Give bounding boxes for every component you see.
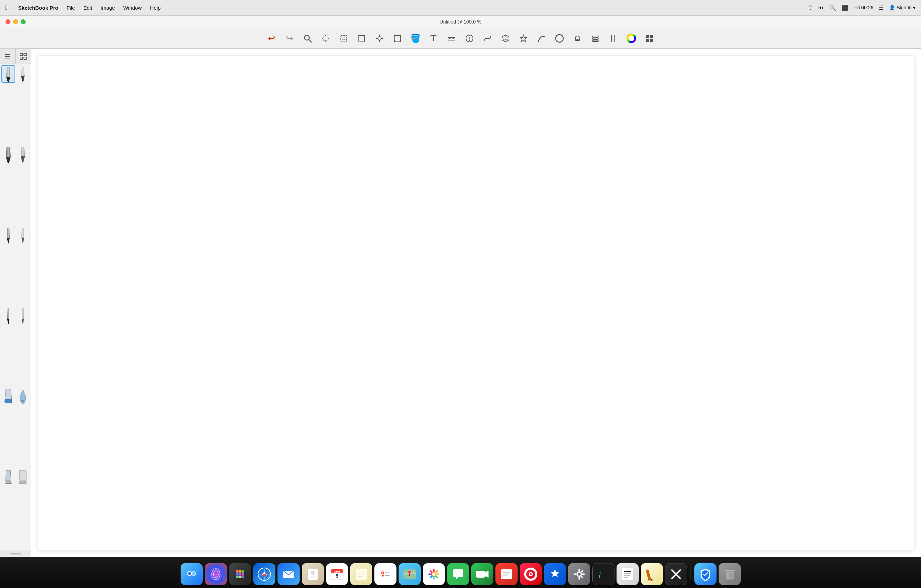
titlebar: Untitled @ 100.0 % [0, 16, 921, 28]
magic-select-button[interactable] [515, 31, 532, 46]
dock-item-safari[interactable] [253, 563, 275, 585]
svg-point-98 [236, 573, 239, 575]
dock-item-siri[interactable] [205, 563, 227, 585]
search-icon[interactable]: 🔍 [829, 5, 836, 11]
menu-image[interactable]: Image [96, 3, 119, 12]
svg-rect-35 [593, 36, 598, 37]
svg-marker-72 [23, 242, 23, 244]
window-title: Untitled @ 100.0 % [440, 19, 482, 24]
dock-item-mail[interactable] [277, 563, 299, 585]
svg-marker-64 [21, 147, 25, 156]
dock-item-notes[interactable] [350, 563, 372, 585]
brush-item[interactable] [2, 227, 15, 244]
dock-item-appstore[interactable] [544, 563, 566, 585]
close-button[interactable] [5, 19, 10, 24]
airplay-icon[interactable]: ⇧ [808, 5, 813, 11]
symmetry-button[interactable] [461, 31, 478, 46]
dock-item-finder[interactable] [181, 563, 203, 585]
transform-button[interactable] [371, 31, 388, 46]
svg-rect-150 [578, 577, 580, 580]
distort-button[interactable] [389, 31, 406, 46]
ellipse-button[interactable] [551, 31, 568, 46]
menu-window[interactable]: Window [119, 3, 146, 12]
svg-rect-130 [433, 569, 434, 572]
zoom-button[interactable] [299, 31, 316, 46]
undo-button[interactable]: ↩ [263, 31, 280, 46]
canvas-area[interactable] [31, 49, 921, 557]
svg-rect-37 [593, 40, 598, 42]
hamburger-menu-icon[interactable]: ☰ [879, 5, 884, 11]
svg-marker-62 [6, 157, 11, 162]
brush-grid-tab[interactable] [16, 49, 31, 63]
fill-button[interactable]: 🪣 [407, 31, 424, 46]
window-controls [5, 19, 26, 24]
stroke-button[interactable] [533, 31, 550, 46]
text-button[interactable]: T [425, 31, 442, 46]
3d-button[interactable] [497, 31, 514, 46]
curve-button[interactable] [479, 31, 496, 46]
svg-text:5: 5 [335, 573, 338, 579]
maximize-button[interactable] [21, 19, 26, 24]
dock-item-launchpad[interactable] [229, 563, 251, 585]
dock-item-maps[interactable] [399, 563, 421, 585]
dock-item-system-preferences[interactable] [568, 563, 590, 585]
dock-item-messages[interactable] [447, 563, 469, 585]
dock-item-reminders[interactable] [374, 563, 397, 585]
menu-file[interactable]: File [62, 3, 79, 12]
dock-item-music[interactable] [520, 563, 542, 585]
color-wheel-button[interactable] [623, 31, 640, 46]
canvas-white[interactable] [38, 56, 914, 550]
dock-item-contacts[interactable] [302, 563, 324, 585]
screen-icon[interactable]: ⬛ [842, 5, 849, 11]
brush-panel-tabs [0, 49, 31, 64]
brush-preset-button[interactable] [605, 31, 622, 46]
select-move-button[interactable] [317, 31, 334, 46]
brush-item[interactable] [16, 469, 30, 486]
minimize-button[interactable] [13, 19, 18, 24]
brush-item[interactable] [2, 388, 15, 405]
brush-panel-scrollbar[interactable] [0, 550, 31, 557]
svg-rect-154 [582, 573, 585, 575]
dock-item-facetime[interactable] [471, 563, 493, 585]
sign-in-button[interactable]: 👤 Sign In ▾ [889, 5, 916, 10]
brush-item[interactable] [2, 469, 15, 486]
svg-rect-131 [434, 570, 438, 573]
svg-text:$ _: $ _ [599, 571, 606, 575]
redo-button[interactable]: ↪ [281, 31, 298, 46]
brush-list-tab[interactable] [0, 49, 16, 63]
svg-rect-172 [725, 570, 734, 572]
crop-button[interactable] [353, 31, 370, 46]
apple-menu[interactable]:  [5, 4, 8, 11]
brush-item[interactable] [2, 146, 15, 163]
ruler-button[interactable] [443, 31, 460, 46]
dock-item-textedit[interactable] [617, 563, 639, 585]
brush-library-button[interactable] [641, 31, 658, 46]
svg-point-81 [21, 400, 24, 402]
brush-item[interactable] [16, 388, 30, 405]
svg-rect-133 [434, 575, 438, 578]
brush-item[interactable] [16, 307, 30, 325]
dock-item-adguard[interactable] [694, 563, 716, 585]
svg-rect-151 [574, 573, 576, 575]
dock-item-trash[interactable] [719, 563, 741, 585]
dock-item-grapher[interactable] [641, 563, 663, 585]
brush-item[interactable] [2, 65, 15, 83]
music-controls-icon[interactable]: ⏮ [818, 5, 824, 11]
layers-button[interactable] [587, 31, 604, 46]
dock-item-terminal[interactable]: $ _▌ [592, 563, 615, 585]
brush-item[interactable] [16, 227, 30, 244]
brush-item[interactable] [16, 65, 30, 83]
dock-item-sketchbook[interactable] [665, 563, 687, 585]
stamp-button[interactable] [569, 31, 586, 46]
lasso-select-button[interactable] [335, 31, 352, 46]
menu-help[interactable]: Help [146, 3, 165, 12]
menu-edit[interactable]: Edit [79, 3, 96, 12]
dock-item-photos[interactable] [423, 563, 445, 585]
dock-item-news[interactable] [495, 563, 517, 585]
menu-sketchbook[interactable]: SketchBook Pro [14, 3, 63, 12]
brush-item[interactable] [16, 146, 30, 163]
dock-item-calendar[interactable]: APR5 [326, 563, 348, 585]
svg-rect-132 [436, 573, 439, 575]
brush-item[interactable] [2, 307, 15, 325]
svg-rect-22 [448, 37, 455, 40]
